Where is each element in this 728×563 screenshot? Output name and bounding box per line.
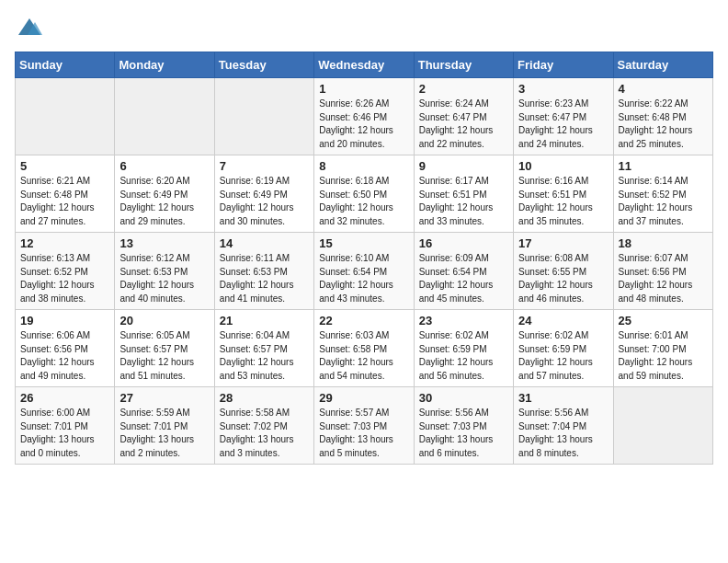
day-number: 8 <box>319 159 408 173</box>
calendar-cell: 18Sunrise: 6:07 AM Sunset: 6:56 PM Dayli… <box>613 233 712 310</box>
calendar-cell: 12Sunrise: 6:13 AM Sunset: 6:52 PM Dayli… <box>16 233 115 310</box>
day-info: Sunrise: 6:26 AM Sunset: 6:46 PM Dayligh… <box>319 98 408 151</box>
calendar-cell: 7Sunrise: 6:19 AM Sunset: 6:49 PM Daylig… <box>214 155 313 233</box>
day-info: Sunrise: 5:57 AM Sunset: 7:03 PM Dayligh… <box>319 407 408 460</box>
calendar-week-row: 19Sunrise: 6:06 AM Sunset: 6:56 PM Dayli… <box>16 310 713 387</box>
day-number: 7 <box>220 159 309 173</box>
day-info: Sunrise: 6:00 AM Sunset: 7:01 PM Dayligh… <box>20 407 109 460</box>
day-info: Sunrise: 6:06 AM Sunset: 6:56 PM Dayligh… <box>20 329 109 383</box>
day-number: 22 <box>319 314 408 327</box>
calendar-week-row: 1Sunrise: 6:26 AM Sunset: 6:46 PM Daylig… <box>16 78 713 155</box>
day-number: 12 <box>20 236 109 250</box>
calendar-week-row: 26Sunrise: 6:00 AM Sunset: 7:01 PM Dayli… <box>16 387 713 465</box>
calendar-cell: 29Sunrise: 5:57 AM Sunset: 7:03 PM Dayli… <box>314 387 414 465</box>
calendar-cell: 27Sunrise: 5:59 AM Sunset: 7:01 PM Dayli… <box>115 387 214 465</box>
day-number: 24 <box>518 314 608 327</box>
calendar-cell <box>613 387 712 465</box>
calendar-cell <box>214 78 313 155</box>
calendar-cell: 15Sunrise: 6:10 AM Sunset: 6:54 PM Dayli… <box>314 233 414 310</box>
calendar-cell: 25Sunrise: 6:01 AM Sunset: 7:00 PM Dayli… <box>613 310 712 387</box>
calendar-cell: 4Sunrise: 6:22 AM Sunset: 6:48 PM Daylig… <box>613 78 712 155</box>
calendar-week-row: 12Sunrise: 6:13 AM Sunset: 6:52 PM Dayli… <box>16 233 713 310</box>
day-info: Sunrise: 6:02 AM Sunset: 6:59 PM Dayligh… <box>518 329 608 383</box>
calendar-cell: 16Sunrise: 6:09 AM Sunset: 6:54 PM Dayli… <box>414 233 513 310</box>
calendar-cell: 14Sunrise: 6:11 AM Sunset: 6:53 PM Dayli… <box>214 233 313 310</box>
day-number: 30 <box>419 391 508 405</box>
calendar-cell <box>16 78 115 155</box>
calendar-cell: 2Sunrise: 6:24 AM Sunset: 6:47 PM Daylig… <box>414 78 513 155</box>
header-saturday: Saturday <box>613 52 712 78</box>
calendar-cell <box>115 78 214 155</box>
calendar-cell: 1Sunrise: 6:26 AM Sunset: 6:46 PM Daylig… <box>314 78 414 155</box>
day-number: 26 <box>20 391 109 405</box>
day-number: 4 <box>619 82 708 96</box>
calendar-cell: 8Sunrise: 6:18 AM Sunset: 6:50 PM Daylig… <box>314 155 414 233</box>
header-friday: Friday <box>514 52 613 78</box>
day-info: Sunrise: 6:18 AM Sunset: 6:50 PM Dayligh… <box>319 175 408 228</box>
calendar-week-row: 5Sunrise: 6:21 AM Sunset: 6:48 PM Daylig… <box>16 155 713 233</box>
day-info: Sunrise: 6:04 AM Sunset: 6:57 PM Dayligh… <box>220 329 309 383</box>
header-wednesday: Wednesday <box>314 52 414 78</box>
day-number: 29 <box>319 391 408 405</box>
day-number: 1 <box>319 82 408 96</box>
calendar-cell: 23Sunrise: 6:02 AM Sunset: 6:59 PM Dayli… <box>414 310 513 387</box>
calendar-cell: 20Sunrise: 6:05 AM Sunset: 6:57 PM Dayli… <box>115 310 214 387</box>
day-info: Sunrise: 6:20 AM Sunset: 6:49 PM Dayligh… <box>119 175 209 228</box>
day-number: 5 <box>20 159 109 173</box>
day-number: 20 <box>119 314 209 327</box>
day-info: Sunrise: 6:05 AM Sunset: 6:57 PM Dayligh… <box>119 329 209 383</box>
day-info: Sunrise: 6:13 AM Sunset: 6:52 PM Dayligh… <box>20 252 109 305</box>
calendar-cell: 3Sunrise: 6:23 AM Sunset: 6:47 PM Daylig… <box>514 78 613 155</box>
calendar-cell: 26Sunrise: 6:00 AM Sunset: 7:01 PM Dayli… <box>16 387 115 465</box>
calendar-cell: 17Sunrise: 6:08 AM Sunset: 6:55 PM Dayli… <box>514 233 613 310</box>
calendar-cell: 10Sunrise: 6:16 AM Sunset: 6:51 PM Dayli… <box>514 155 613 233</box>
day-number: 14 <box>220 236 309 250</box>
day-info: Sunrise: 5:59 AM Sunset: 7:01 PM Dayligh… <box>119 407 209 460</box>
calendar-header-row: SundayMondayTuesdayWednesdayThursdayFrid… <box>16 52 713 78</box>
day-info: Sunrise: 6:21 AM Sunset: 6:48 PM Dayligh… <box>20 175 109 228</box>
calendar-cell: 11Sunrise: 6:14 AM Sunset: 6:52 PM Dayli… <box>613 155 712 233</box>
header-thursday: Thursday <box>414 52 513 78</box>
day-number: 15 <box>319 236 408 250</box>
day-number: 11 <box>619 159 708 173</box>
day-info: Sunrise: 5:58 AM Sunset: 7:02 PM Dayligh… <box>220 407 309 460</box>
day-number: 31 <box>518 391 608 405</box>
day-info: Sunrise: 6:23 AM Sunset: 6:47 PM Dayligh… <box>518 98 608 151</box>
day-info: Sunrise: 6:19 AM Sunset: 6:49 PM Dayligh… <box>220 175 309 228</box>
calendar-cell: 19Sunrise: 6:06 AM Sunset: 6:56 PM Dayli… <box>16 310 115 387</box>
calendar-cell: 28Sunrise: 5:58 AM Sunset: 7:02 PM Dayli… <box>214 387 313 465</box>
calendar-cell: 31Sunrise: 5:56 AM Sunset: 7:04 PM Dayli… <box>514 387 613 465</box>
day-info: Sunrise: 6:08 AM Sunset: 6:55 PM Dayligh… <box>518 252 608 305</box>
day-number: 25 <box>619 314 708 327</box>
calendar-cell: 13Sunrise: 6:12 AM Sunset: 6:53 PM Dayli… <box>115 233 214 310</box>
day-number: 17 <box>518 236 608 250</box>
calendar-cell: 21Sunrise: 6:04 AM Sunset: 6:57 PM Dayli… <box>214 310 313 387</box>
day-info: Sunrise: 6:12 AM Sunset: 6:53 PM Dayligh… <box>119 252 209 305</box>
day-info: Sunrise: 6:07 AM Sunset: 6:56 PM Dayligh… <box>619 252 708 305</box>
page-header <box>15 15 713 40</box>
day-number: 9 <box>419 159 508 173</box>
calendar-cell: 30Sunrise: 5:56 AM Sunset: 7:03 PM Dayli… <box>414 387 513 465</box>
day-info: Sunrise: 6:11 AM Sunset: 6:53 PM Dayligh… <box>220 252 309 305</box>
day-info: Sunrise: 6:10 AM Sunset: 6:54 PM Dayligh… <box>319 252 408 305</box>
day-info: Sunrise: 6:02 AM Sunset: 6:59 PM Dayligh… <box>419 329 508 383</box>
day-number: 3 <box>518 82 608 96</box>
logo-icon <box>17 15 42 40</box>
day-number: 16 <box>419 236 508 250</box>
day-number: 18 <box>619 236 708 250</box>
day-info: Sunrise: 6:24 AM Sunset: 6:47 PM Dayligh… <box>419 98 508 151</box>
calendar-cell: 5Sunrise: 6:21 AM Sunset: 6:48 PM Daylig… <box>16 155 115 233</box>
day-info: Sunrise: 5:56 AM Sunset: 7:04 PM Dayligh… <box>518 407 608 460</box>
calendar-cell: 9Sunrise: 6:17 AM Sunset: 6:51 PM Daylig… <box>414 155 513 233</box>
day-info: Sunrise: 5:56 AM Sunset: 7:03 PM Dayligh… <box>419 407 508 460</box>
day-number: 23 <box>419 314 508 327</box>
calendar-cell: 22Sunrise: 6:03 AM Sunset: 6:58 PM Dayli… <box>314 310 414 387</box>
day-number: 21 <box>220 314 309 327</box>
header-monday: Monday <box>115 52 214 78</box>
day-info: Sunrise: 6:17 AM Sunset: 6:51 PM Dayligh… <box>419 175 508 228</box>
calendar-cell: 6Sunrise: 6:20 AM Sunset: 6:49 PM Daylig… <box>115 155 214 233</box>
header-sunday: Sunday <box>16 52 115 78</box>
calendar-table: SundayMondayTuesdayWednesdayThursdayFrid… <box>15 52 713 465</box>
day-info: Sunrise: 6:09 AM Sunset: 6:54 PM Dayligh… <box>419 252 508 305</box>
day-info: Sunrise: 6:03 AM Sunset: 6:58 PM Dayligh… <box>319 329 408 383</box>
